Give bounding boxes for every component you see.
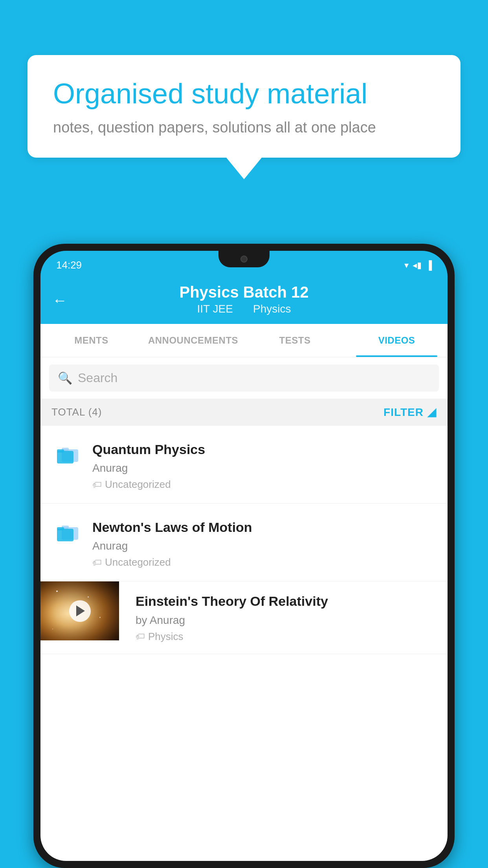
app-header-subtitle: IIT JEE Physics — [52, 303, 436, 315]
tag-icon: 🏷 — [92, 479, 102, 490]
total-count: TOTAL (4) — [51, 406, 102, 418]
svg-rect-3 — [57, 449, 64, 452]
search-icon: 🔍 — [58, 371, 72, 385]
video-author-einstein: by Anurag — [136, 614, 426, 627]
battery-icon: ▐ — [426, 260, 432, 270]
tabs-bar: MENTS ANNOUNCEMENTS TESTS VIDEOS — [40, 324, 448, 357]
app-header: ← Physics Batch 12 IIT JEE Physics — [40, 276, 448, 324]
tag-label-einstein: Physics — [148, 631, 183, 643]
status-time: 14:29 — [56, 259, 82, 271]
video-item-info-quantum: Quantum Physics Anurag 🏷 Uncategorized — [92, 438, 437, 491]
tab-announcements[interactable]: ANNOUNCEMENTS — [142, 324, 244, 357]
tab-ments[interactable]: MENTS — [40, 324, 142, 357]
list-item[interactable]: Quantum Physics Anurag 🏷 Uncategorized — [40, 426, 448, 504]
play-button-einstein[interactable] — [69, 600, 91, 622]
phone-outer: 14:29 ▾ ◂▮ ▐ ← Physics Batch 12 IIT JEE … — [33, 244, 455, 868]
tab-videos[interactable]: VIDEOS — [346, 324, 448, 357]
speech-bubble-title: Organised study material — [53, 77, 435, 110]
video-tag-newton: 🏷 Uncategorized — [92, 556, 437, 568]
tag-icon: 🏷 — [92, 557, 102, 568]
filter-icon: ◢ — [427, 406, 437, 419]
phone-container: 14:29 ▾ ◂▮ ▐ ← Physics Batch 12 IIT JEE … — [33, 244, 455, 868]
phone-inner: 14:29 ▾ ◂▮ ▐ ← Physics Batch 12 IIT JEE … — [40, 251, 448, 861]
speech-bubble: Organised study material notes, question… — [28, 55, 460, 158]
tab-tests[interactable]: TESTS — [244, 324, 346, 357]
svg-rect-6 — [57, 529, 73, 541]
svg-rect-7 — [57, 527, 64, 530]
status-icons: ▾ ◂▮ ▐ — [404, 260, 432, 270]
folder-icon-quantum — [51, 438, 83, 467]
list-item[interactable]: Einstein's Theory Of Relativity by Anura… — [40, 581, 448, 654]
speech-bubble-subtitle: notes, question papers, solutions all at… — [53, 119, 435, 136]
wifi-icon: ▾ — [404, 260, 409, 270]
subtitle-iitjee: IIT JEE — [197, 303, 233, 315]
tag-label-newton: Uncategorized — [105, 556, 171, 568]
folder-icon-newton — [51, 516, 83, 545]
phone-notch — [218, 251, 270, 267]
video-list: Quantum Physics Anurag 🏷 Uncategorized — [40, 426, 448, 654]
notch-camera — [240, 256, 248, 263]
filter-bar: TOTAL (4) FILTER ◢ — [40, 399, 448, 426]
video-author-quantum: Anurag — [92, 462, 437, 474]
video-item-info-einstein: Einstein's Theory Of Relativity by Anura… — [128, 581, 437, 653]
tag-label-quantum: Uncategorized — [105, 478, 171, 491]
list-item[interactable]: Newton's Laws of Motion Anurag 🏷 Uncateg… — [40, 504, 448, 581]
search-bar[interactable]: 🔍 Search — [49, 364, 439, 392]
signal-icon: ◂▮ — [413, 260, 422, 270]
subtitle-physics: Physics — [253, 303, 291, 315]
search-bar-container: 🔍 Search — [40, 357, 448, 399]
video-tag-quantum: 🏷 Uncategorized — [92, 478, 437, 491]
video-thumbnail-einstein[interactable] — [40, 581, 119, 640]
filter-label: FILTER — [383, 406, 424, 419]
video-author-newton: Anurag — [92, 540, 437, 552]
tag-icon: 🏷 — [136, 631, 145, 642]
speech-bubble-arrow — [226, 158, 262, 179]
speech-bubble-container: Organised study material notes, question… — [28, 55, 460, 179]
app-header-title: Physics Batch 12 — [52, 283, 436, 301]
search-placeholder: Search — [78, 371, 117, 385]
svg-rect-2 — [57, 451, 73, 463]
video-title-quantum: Quantum Physics — [92, 441, 437, 458]
play-triangle-icon — [76, 605, 85, 616]
filter-button[interactable]: FILTER ◢ — [383, 406, 437, 419]
back-button[interactable]: ← — [52, 292, 67, 309]
video-title-newton: Newton's Laws of Motion — [92, 519, 437, 536]
screen-content: ← Physics Batch 12 IIT JEE Physics MENTS… — [40, 276, 448, 861]
video-item-info-newton: Newton's Laws of Motion Anurag 🏷 Uncateg… — [92, 516, 437, 568]
video-tag-einstein: 🏷 Physics — [136, 631, 426, 643]
video-title-einstein: Einstein's Theory Of Relativity — [136, 592, 426, 610]
thumbnail-bg — [40, 581, 119, 640]
